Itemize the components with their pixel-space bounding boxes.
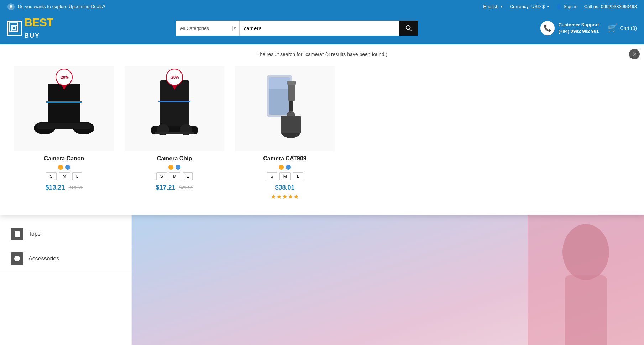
logo-icon-small: B (7, 3, 15, 11)
search-input[interactable] (240, 21, 399, 36)
color-dots (279, 165, 291, 170)
sidebar-label-accessories: Accessories (28, 255, 59, 262)
color-dot-orange[interactable] (279, 165, 284, 170)
main-content: Tops Accessories (0, 215, 644, 345)
sign-in-btn[interactable]: 👤 Sign in (556, 4, 578, 9)
search-bar: All Categories ▼ (176, 21, 418, 36)
size-m[interactable]: M (279, 172, 291, 180)
pin-tail (62, 85, 67, 90)
sign-in-label: Sign in (564, 4, 578, 9)
close-button[interactable]: ✕ (629, 49, 640, 59)
pin-tail (172, 85, 177, 90)
sidebar: Tops Accessories (0, 215, 132, 345)
svg-point-25 (14, 256, 20, 261)
product-card[interactable]: Camera CAT909 S M L $38.01 ★★★★★ (235, 66, 335, 201)
search-input-wrapper (240, 21, 399, 36)
language-label: English (483, 4, 498, 9)
currency-selector[interactable]: Currency: USD $ ▼ (510, 4, 550, 9)
banner-area (132, 215, 644, 345)
user-icon: 👤 (556, 4, 562, 9)
results-title: The result search for "camera" (3 result… (14, 52, 630, 57)
phone-icon: 📞 (544, 24, 551, 32)
sidebar-label-tops: Tops (28, 231, 41, 237)
product-name: Camera Canon (44, 155, 84, 162)
phone-circle: 📞 (540, 21, 555, 35)
support-phone: (+84) 0982 982 981 (558, 28, 599, 34)
svg-rect-10 (158, 101, 190, 102)
lang-dropdown-arrow: ▼ (500, 5, 503, 9)
size-s[interactable]: S (46, 172, 57, 180)
size-m[interactable]: M (169, 172, 180, 180)
product-name: Camera CAT909 (263, 155, 307, 162)
svg-rect-8 (37, 123, 91, 129)
product-image (249, 69, 320, 148)
color-dot-orange[interactable] (58, 165, 63, 170)
banner-svg (132, 215, 644, 345)
color-dots (168, 165, 180, 170)
size-options: S M L (267, 172, 303, 180)
header-right: 📞 Customer Support (+84) 0982 982 981 🛒 … (540, 21, 637, 35)
sidebar-item-tops[interactable]: Tops (0, 222, 131, 246)
currency-label: Currency: USD $ (510, 4, 545, 9)
product-image-wrap (235, 66, 335, 151)
cart-button[interactable]: 🛒 Cart (0) (608, 23, 637, 33)
size-options: S M L (46, 172, 83, 180)
product-card[interactable]: -20% Camera Chip S (125, 66, 224, 201)
currency-dropdown-arrow: ▼ (546, 5, 550, 9)
support-label: Customer Support (558, 22, 599, 28)
svg-rect-29 (565, 275, 607, 345)
header: BEST BUY All Categories ▼ 📞 Customer Sup… (0, 13, 644, 44)
logo-box (7, 21, 22, 36)
product-rating: ★★★★★ (271, 193, 299, 201)
category-select[interactable]: All Categories (176, 26, 233, 31)
price-old: $21.51 (179, 185, 193, 190)
size-l[interactable]: L (72, 172, 83, 180)
size-l[interactable]: L (183, 172, 193, 180)
size-l[interactable]: L (293, 172, 303, 180)
color-dot-blue[interactable] (176, 165, 180, 170)
cart-icon: 🛒 (608, 23, 617, 33)
svg-rect-5 (46, 101, 82, 103)
language-selector[interactable]: English ▼ (483, 4, 503, 9)
color-dot-blue[interactable] (65, 165, 70, 170)
size-s[interactable]: S (267, 172, 277, 180)
price-current: $17.21 (156, 184, 176, 191)
banner-image (132, 215, 644, 345)
price-row: $17.21 $21.51 (156, 184, 193, 191)
svg-rect-3 (13, 26, 16, 29)
logo-box-icon (11, 25, 18, 31)
svg-rect-2 (12, 25, 17, 31)
discount-badge: -20% (56, 69, 73, 90)
products-row: -20% Camera Canon S (14, 66, 630, 201)
top-bar-right: English ▼ Currency: USD $ ▼ 👤 Sign in Ca… (483, 4, 637, 9)
svg-rect-23 (287, 81, 296, 85)
size-s[interactable]: S (156, 172, 167, 180)
color-dots (58, 165, 70, 170)
cart-label: Cart (0) (620, 25, 637, 31)
logo[interactable]: BEST BUY (7, 17, 53, 39)
discount-badge: -20% (166, 69, 183, 90)
price-row: $38.01 (275, 184, 294, 191)
svg-point-28 (562, 224, 609, 280)
category-arrow: ▼ (233, 26, 237, 30)
size-m[interactable]: M (59, 172, 70, 180)
price-row: $13.21 $16.51 (46, 184, 83, 191)
color-dot-orange[interactable] (168, 165, 173, 170)
discount-circle: -20% (56, 69, 73, 86)
search-button[interactable] (399, 21, 418, 36)
svg-rect-14 (155, 132, 194, 134)
price-old: $16.51 (69, 185, 83, 190)
color-dot-blue[interactable] (286, 165, 291, 170)
tops-icon (11, 228, 23, 240)
search-icon (405, 25, 412, 32)
support-info: Customer Support (+84) 0982 982 981 (558, 22, 599, 34)
sidebar-item-accessories[interactable]: Accessories (0, 246, 131, 271)
svg-rect-21 (281, 116, 301, 133)
svg-text:B: B (10, 5, 12, 9)
product-name: Camera Chip (157, 155, 192, 162)
product-card[interactable]: -20% Camera Canon S (14, 66, 114, 201)
promo-area: B Do you wants to explore Upcoming Deals… (7, 3, 105, 11)
svg-marker-17 (269, 77, 290, 89)
category-wrapper: All Categories ▼ (176, 21, 240, 36)
logo-best: BEST (24, 16, 53, 29)
